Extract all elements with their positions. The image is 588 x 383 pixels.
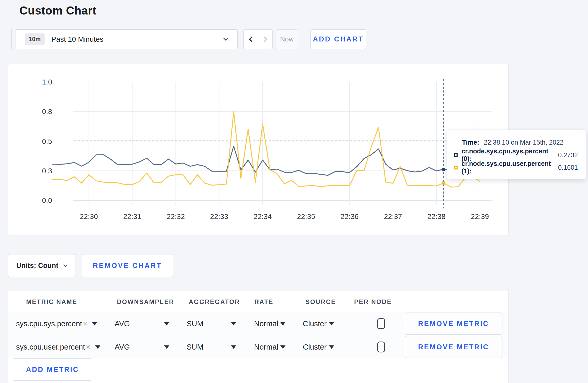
page-title: Custom Chart xyxy=(19,4,96,17)
remove-metric-button[interactable]: REMOVE METRIC xyxy=(405,336,502,358)
downsampler-caret-icon[interactable] xyxy=(164,312,169,335)
downsampler-caret-icon[interactable] xyxy=(164,335,169,359)
rate-select[interactable]: Normal xyxy=(254,335,278,359)
table-row: sys.cpu.sys.percent × AVG SUM Normal Clu… xyxy=(8,312,508,335)
tooltip-sys-value: 0.2732 xyxy=(558,151,578,159)
svg-text:22:35: 22:35 xyxy=(297,212,315,221)
svg-text:1.0: 1.0 xyxy=(42,78,52,86)
chevron-left-icon xyxy=(249,37,254,42)
svg-text:0.3: 0.3 xyxy=(42,167,52,175)
next-time-button[interactable] xyxy=(258,30,272,49)
remove-chart-button[interactable]: REMOVE CHART xyxy=(82,254,173,277)
downsampler-select[interactable]: AVG xyxy=(115,312,130,335)
col-header-downsampler: DOWNSAMPLER xyxy=(117,298,174,306)
time-pager xyxy=(243,29,273,49)
metrics-table: METRIC NAME DOWNSAMPLER AGGREGATOR RATE … xyxy=(8,290,509,383)
rate-caret-icon[interactable] xyxy=(280,335,285,359)
tooltip-time-row: Time: 22:38:10 on Mar 15th, 2022 xyxy=(454,136,578,148)
svg-text:22:39: 22:39 xyxy=(471,212,489,221)
add-chart-button[interactable]: ADD CHART xyxy=(310,29,366,49)
chevron-down-icon xyxy=(223,36,228,40)
svg-text:22:32: 22:32 xyxy=(167,212,185,221)
source-caret-icon[interactable] xyxy=(329,312,334,335)
aggregator-select[interactable]: SUM xyxy=(187,335,203,359)
tooltip-series-row: cr.node.sys.cpu.user.percent (1): 0.1601 xyxy=(454,161,578,173)
cpu-chart-svg[interactable]: 0.00.30.50.81.022:3022:3122:3222:3322:34… xyxy=(8,64,509,235)
col-header-metric-name: METRIC NAME xyxy=(26,298,77,306)
metrics-table-header: METRIC NAME DOWNSAMPLER AGGREGATOR RATE … xyxy=(8,290,508,312)
tooltip-time-prefix: Time: xyxy=(462,139,479,146)
chart-tooltip: Time: 22:38:10 on Mar 15th, 2022 cr.node… xyxy=(447,130,586,179)
svg-text:22:31: 22:31 xyxy=(123,212,141,221)
time-range-badge: 10m xyxy=(25,33,45,45)
chevron-right-icon xyxy=(262,37,267,42)
aggregator-caret-icon[interactable] xyxy=(231,335,236,359)
time-range-dropdown[interactable]: 10m Past 10 Minutes xyxy=(16,29,238,49)
toolbar-divider xyxy=(11,29,12,49)
series-sys-swatch-icon xyxy=(454,153,458,157)
tooltip-user-value: 0.1601 xyxy=(558,164,578,171)
per-node-checkbox[interactable] xyxy=(377,342,385,352)
remove-metric-x-icon[interactable]: × xyxy=(83,312,87,335)
col-header-aggregator: AGGREGATOR xyxy=(189,298,240,306)
metric-name-value[interactable]: sys.cpu.sys.percent xyxy=(16,312,82,335)
svg-text:22:33: 22:33 xyxy=(210,212,228,221)
add-metric-button[interactable]: ADD METRIC xyxy=(13,358,92,381)
col-header-source: SOURCE xyxy=(305,298,336,306)
col-header-per-node: PER NODE xyxy=(354,298,392,306)
remove-metric-x-icon[interactable]: × xyxy=(86,335,90,359)
svg-text:22:34: 22:34 xyxy=(254,212,272,221)
source-select[interactable]: Cluster xyxy=(303,335,327,359)
source-select[interactable]: Cluster xyxy=(303,312,327,335)
downsampler-select[interactable]: AVG xyxy=(115,335,130,359)
chevron-down-icon xyxy=(64,263,68,267)
source-caret-icon[interactable] xyxy=(329,335,334,359)
rate-caret-icon[interactable] xyxy=(280,312,285,335)
svg-text:22:37: 22:37 xyxy=(384,212,402,221)
tooltip-time-value: 22:38:10 on Mar 15th, 2022 xyxy=(484,139,563,146)
time-range-label: Past 10 Minutes xyxy=(51,35,103,44)
remove-metric-button[interactable]: REMOVE METRIC xyxy=(405,313,502,335)
col-header-rate: RATE xyxy=(254,298,274,306)
now-button[interactable]: Now xyxy=(276,29,298,49)
tooltip-user-label: cr.node.sys.cpu.user.percent (1): xyxy=(461,160,554,175)
metric-name-value[interactable]: sys.cpu.user.percent xyxy=(16,335,85,359)
units-label: Units: Count xyxy=(16,262,58,270)
svg-text:22:30: 22:30 xyxy=(80,212,98,221)
table-row: sys.cpu.user.percent × AVG SUM Normal Cl… xyxy=(8,335,508,358)
prev-time-button[interactable] xyxy=(244,30,258,49)
svg-text:0.8: 0.8 xyxy=(42,108,52,116)
svg-text:0.5: 0.5 xyxy=(42,137,52,145)
units-dropdown[interactable]: Units: Count xyxy=(8,254,75,277)
tooltip-series-row: cr.node.sys.cpu.sys.percent (0): 0.2732 xyxy=(454,149,578,161)
aggregator-caret-icon[interactable] xyxy=(231,312,236,335)
metric-dropdown-caret-icon[interactable] xyxy=(92,312,97,335)
custom-chart-page: Custom Chart 10m Past 10 Minutes Now ADD… xyxy=(0,0,588,383)
aggregator-select[interactable]: SUM xyxy=(187,312,203,335)
metric-dropdown-caret-icon[interactable] xyxy=(95,335,100,359)
chart-card: 0.00.30.50.81.022:3022:3122:3222:3322:34… xyxy=(8,64,509,235)
svg-text:22:38: 22:38 xyxy=(427,212,445,221)
svg-text:22:36: 22:36 xyxy=(340,212,359,221)
per-node-checkbox[interactable] xyxy=(377,318,385,329)
rate-select[interactable]: Normal xyxy=(254,312,278,335)
series-user-swatch-icon xyxy=(454,166,458,169)
svg-text:0.0: 0.0 xyxy=(42,196,52,204)
